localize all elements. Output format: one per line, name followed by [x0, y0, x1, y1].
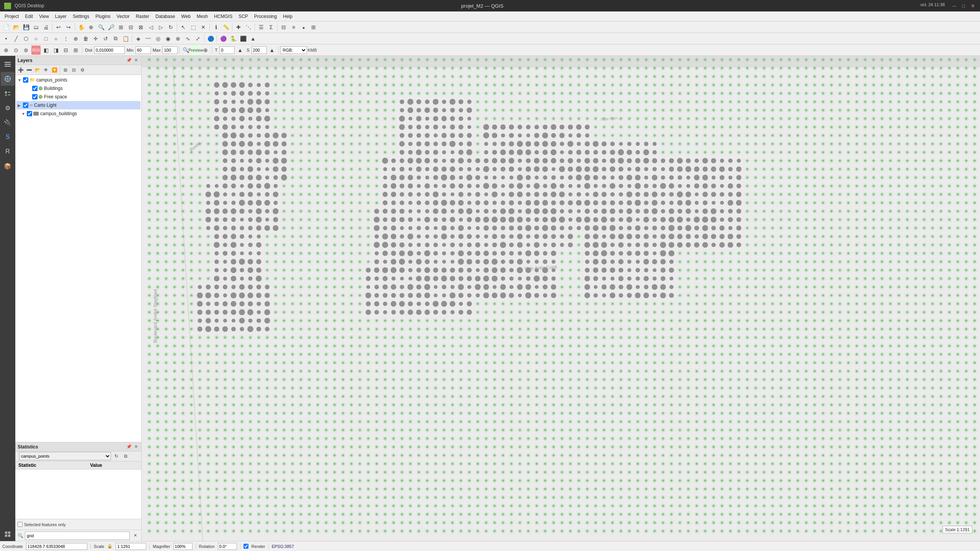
menu-hcmgis[interactable]: HCMGIS	[211, 13, 235, 20]
menu-web[interactable]: Web	[178, 13, 193, 20]
sidebar-plugins-icon[interactable]: 🔌	[1, 116, 15, 129]
t-up-btn[interactable]: ▲	[235, 46, 245, 55]
zoom-selection-btn[interactable]: ⊠	[136, 23, 145, 32]
menu-settings[interactable]: Settings	[70, 13, 92, 20]
close-button[interactable]: ✕	[969, 2, 976, 9]
menu-raster[interactable]: Raster	[133, 13, 152, 20]
rotate-btn[interactable]: ↺	[101, 34, 110, 43]
layers-panel-close[interactable]: ✕	[133, 57, 139, 64]
add-layer-btn[interactable]: ➕	[17, 66, 24, 74]
checkbox-free-space[interactable]	[32, 94, 38, 99]
stats-layer-select[interactable]: campus_points	[19, 452, 111, 460]
refresh-btn[interactable]: ↻	[166, 23, 175, 32]
render-checkbox[interactable]	[243, 544, 248, 549]
sidebar-scp-icon[interactable]: S	[1, 130, 15, 144]
zoom-in-btn[interactable]: 🔍	[96, 23, 106, 32]
redo-btn[interactable]: ↪	[64, 23, 73, 32]
open-layer-btn[interactable]: 📂	[34, 66, 41, 74]
save-project-btn[interactable]: 💾	[21, 23, 31, 32]
add-ring-btn[interactable]: ◎	[154, 34, 163, 43]
draw-circle-btn[interactable]: ○	[31, 34, 41, 43]
layers-panel-pin[interactable]: 📌	[126, 57, 132, 64]
coord-input[interactable]	[26, 543, 87, 550]
roi-tool6[interactable]: ◨	[51, 46, 60, 55]
tree-item-buildings[interactable]: Buildings	[16, 84, 140, 93]
menu-edit[interactable]: Edit	[22, 13, 36, 20]
tree-item-carto-light[interactable]: ▶ ✏ Carto Light	[16, 101, 140, 109]
filter-layer-btn[interactable]: 🔽	[51, 66, 58, 74]
more-btn3[interactable]: ⬥	[299, 23, 308, 32]
checkbox-campus-points[interactable]	[23, 77, 28, 83]
measure-btn[interactable]: 📏	[221, 23, 230, 32]
sidebar-layers-icon[interactable]	[1, 57, 15, 71]
max-input[interactable]	[162, 46, 178, 54]
roi-extra-btn[interactable]: ⊕	[201, 46, 210, 55]
more-btn2[interactable]: ≡	[289, 23, 298, 32]
sidebar-browser-icon[interactable]	[1, 72, 15, 86]
s-up-btn[interactable]: ▲	[268, 46, 277, 55]
zoom-layer-btn[interactable]: ⊟	[126, 23, 136, 32]
rgb-select[interactable]: RGB:	[280, 46, 307, 54]
stats-copy-btn[interactable]: ⧉	[122, 452, 129, 460]
edit-node-btn[interactable]: ⟐	[51, 34, 60, 43]
s-input[interactable]	[252, 46, 267, 54]
print-btn[interactable]: 🖨	[41, 23, 51, 32]
undo-btn[interactable]: ↩	[54, 23, 63, 32]
identify-btn[interactable]: ℹ	[211, 23, 220, 32]
collapse-all-btn[interactable]: ⊟	[70, 66, 78, 74]
t-input[interactable]	[219, 46, 235, 54]
search-input[interactable]	[25, 531, 130, 540]
km-btn[interactable]: KMB	[308, 46, 317, 55]
select-btn[interactable]: ↖	[179, 23, 188, 32]
zoom-next-btn[interactable]: ▷	[156, 23, 165, 32]
add-feature-btn[interactable]: ✚	[234, 23, 243, 32]
plugin1-btn[interactable]: ⬛	[238, 34, 248, 43]
menu-help[interactable]: Help	[280, 13, 296, 20]
merge-btn[interactable]: ⊕	[71, 34, 80, 43]
pan-to-selection-btn[interactable]: ⊕	[87, 23, 96, 32]
copy-feature-btn[interactable]: ⧉	[111, 34, 120, 43]
sidebar-legend-icon[interactable]	[1, 86, 15, 100]
preview-btn[interactable]: Preview	[191, 46, 200, 55]
more-btn1[interactable]: ⊟	[279, 23, 288, 32]
digitize-adv-btn[interactable]: 🟣	[219, 34, 228, 43]
menu-mesh[interactable]: Mesh	[194, 13, 211, 20]
minimize-button[interactable]: ─	[951, 2, 958, 9]
stats-panel-close[interactable]: ✕	[133, 444, 139, 450]
paste-feature-btn[interactable]: 📋	[121, 34, 130, 43]
roi-tool7[interactable]: ⊟	[61, 46, 70, 55]
sidebar-processing-icon[interactable]: ⚙	[1, 101, 15, 115]
tree-item-campus-points[interactable]: ▼ 📁 campus_points	[16, 76, 140, 84]
checkbox-campus-buildings[interactable]	[27, 111, 32, 116]
magnifier-input[interactable]	[173, 543, 193, 550]
roi-tool5[interactable]: ◧	[41, 46, 51, 55]
remove-layer-btn[interactable]: ➖	[25, 66, 33, 74]
draw-line-btn[interactable]: ╱	[11, 34, 21, 43]
sidebar-extra3-icon[interactable]	[1, 527, 15, 541]
menu-processing[interactable]: Processing	[251, 13, 280, 20]
roi-tool1[interactable]: ⊕	[2, 46, 11, 55]
select-rect-btn[interactable]: ⬚	[189, 23, 198, 32]
pan-btn[interactable]: ✋	[77, 23, 86, 32]
roi-tool3[interactable]: ⊚	[21, 46, 31, 55]
toggle-layer-btn[interactable]: 👁	[42, 66, 50, 74]
vertex-tool-btn[interactable]: ⋱	[244, 23, 253, 32]
selected-features-checkbox[interactable]	[18, 522, 23, 527]
node-edit-btn[interactable]: ◈	[134, 34, 143, 43]
reshape-btn[interactable]: ∿	[183, 34, 193, 43]
split-btn[interactable]: ⋮	[61, 34, 70, 43]
roi-tool8[interactable]: ⊞	[71, 46, 80, 55]
menu-view[interactable]: View	[36, 13, 52, 20]
scale-input[interactable]	[116, 543, 146, 550]
draw-polygon-btn[interactable]: ⬡	[21, 34, 31, 43]
python-btn[interactable]: 🐍	[229, 34, 238, 43]
del-ring-btn[interactable]: ⊗	[173, 34, 183, 43]
epsg-label[interactable]: EPSG:3857	[272, 544, 294, 549]
menu-layer[interactable]: Layer	[52, 13, 70, 20]
expand-all-btn[interactable]: ⊞	[62, 66, 69, 74]
stats-btn[interactable]: Σ	[266, 23, 276, 32]
sidebar-extra2-icon[interactable]: 📦	[1, 159, 15, 173]
menu-vector[interactable]: Vector	[114, 13, 133, 20]
stats-panel-pin[interactable]: 📌	[126, 444, 132, 450]
draw-point-btn[interactable]: •	[2, 34, 11, 43]
